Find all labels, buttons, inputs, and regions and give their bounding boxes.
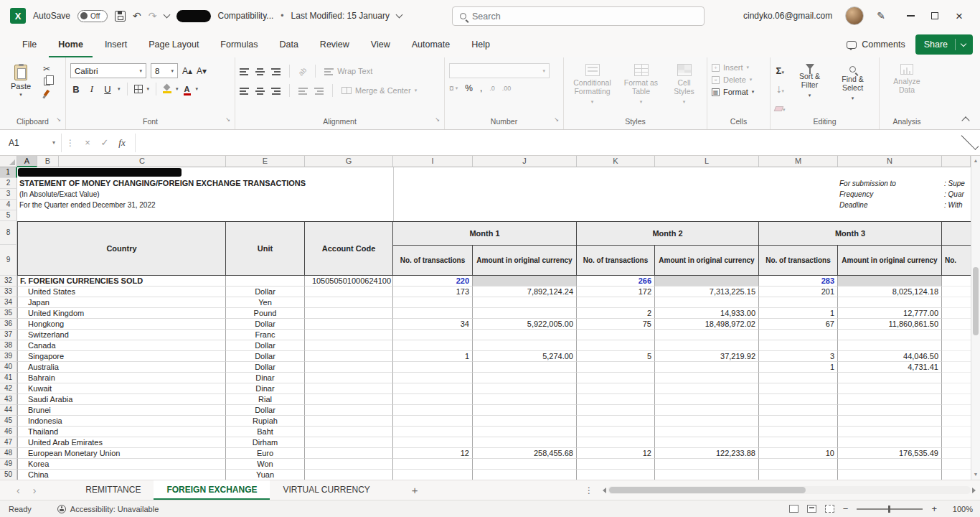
cell-month1-transactions[interactable]	[393, 437, 473, 448]
horizontal-scrollbar-thumb[interactable]	[609, 487, 806, 493]
cell-month1-amount[interactable]	[473, 330, 577, 340]
cell-month1-amount[interactable]	[473, 276, 577, 287]
row-header[interactable]: 36	[0, 319, 17, 330]
undo-icon[interactable]: ↶	[133, 10, 141, 22]
cell-month1-transactions[interactable]: 12	[393, 448, 473, 459]
cell-account-code[interactable]	[305, 394, 393, 405]
cell-month2-transactions[interactable]	[577, 394, 655, 405]
compatibility-mode-label[interactable]: Compatibility...	[218, 11, 274, 21]
increase-indent-icon[interactable]	[314, 87, 324, 95]
cell-month1-transactions[interactable]: 34	[393, 319, 473, 330]
cell-month2-amount[interactable]	[655, 437, 759, 448]
column-header-B[interactable]: B	[37, 156, 59, 167]
align-right-icon[interactable]	[271, 87, 281, 95]
row-header[interactable]: 47	[0, 437, 17, 448]
cell-unit[interactable]: Baht	[226, 427, 305, 437]
row-header[interactable]: 46	[0, 427, 17, 437]
font-color-icon[interactable]: A	[183, 85, 192, 93]
zoom-level[interactable]: 100%	[946, 505, 973, 513]
tab-insert[interactable]: Insert	[95, 34, 136, 57]
cell-month3-transactions[interactable]	[759, 330, 838, 340]
cell-month3-amount[interactable]	[838, 470, 942, 480]
font-size-select[interactable]: 8▾	[151, 63, 178, 78]
cell-month1-transactions[interactable]	[393, 373, 473, 383]
column-header-G[interactable]: G	[305, 156, 393, 167]
cell-month2-amount[interactable]	[655, 394, 759, 405]
row-header[interactable]: 37	[0, 330, 17, 340]
cell-month1-amount[interactable]: 5,922,005.00	[473, 319, 577, 330]
cell-month3-amount[interactable]	[838, 416, 942, 427]
paste-button[interactable]: Paste ▾	[4, 62, 37, 115]
cell-outside[interactable]	[942, 416, 971, 427]
underline-dropdown-icon[interactable]: ▾	[118, 86, 121, 92]
cell-unit[interactable]: Dirham	[226, 437, 305, 448]
cell-country[interactable]: United Arab Emirates	[17, 437, 226, 448]
cell-country[interactable]: China	[17, 470, 226, 480]
cell-outside[interactable]	[942, 308, 971, 319]
header-account-code[interactable]: Account Code	[305, 222, 393, 276]
number-dialog-launcher-icon[interactable]: ↘	[554, 113, 559, 126]
cancel-icon[interactable]: ×	[79, 137, 96, 148]
cell-month3-transactions[interactable]: 1	[759, 362, 838, 373]
cell-country[interactable]: Hongkong	[17, 319, 226, 330]
cell-unit[interactable]: Dollar	[226, 319, 305, 330]
insert-function-icon[interactable]: fx	[113, 137, 131, 149]
sheet-tab-virtual-currency[interactable]: VIRTUAL CURRENCY	[270, 480, 382, 500]
decrease-decimal-icon[interactable]: .00	[502, 85, 512, 92]
cell-month1-transactions[interactable]	[393, 394, 473, 405]
cell-month1-amount[interactable]	[473, 340, 577, 351]
cell-account-code[interactable]	[305, 308, 393, 319]
cell-month2-transactions[interactable]: 5	[577, 351, 655, 362]
cell-month1-transactions[interactable]	[393, 459, 473, 470]
cell-outside[interactable]	[942, 319, 971, 330]
cell-month1-transactions[interactable]	[393, 470, 473, 480]
autosave-toggle[interactable]: Off	[77, 10, 108, 22]
find-select-button[interactable]: Find & Select ▾	[834, 62, 872, 115]
cell-month1-amount[interactable]	[473, 437, 577, 448]
cell-month2-transactions[interactable]	[577, 437, 655, 448]
cell-month3-amount[interactable]: 8,025,124.18	[838, 287, 942, 297]
cell-unit[interactable]: Dollar	[226, 362, 305, 373]
cell-month1-amount[interactable]	[473, 308, 577, 319]
row-header-5[interactable]: 5	[0, 210, 17, 221]
wrap-text-button[interactable]: Wrap Text	[324, 67, 372, 75]
close-button[interactable]: ×	[947, 4, 971, 28]
row-header[interactable]: 33	[0, 287, 17, 297]
cell-account-code[interactable]	[305, 373, 393, 383]
cell-account-code[interactable]	[305, 383, 393, 394]
cell-row-4[interactable]: For the Quarter ended December 31, 2022 …	[17, 200, 971, 210]
orientation-icon[interactable]: ab	[297, 65, 308, 77]
cell-unit[interactable]: Yuan	[226, 470, 305, 480]
format-cells-button[interactable]: ▦Format▾	[712, 88, 754, 96]
cell-account-code[interactable]	[305, 470, 393, 480]
cell-outside[interactable]	[942, 448, 971, 459]
collapse-ribbon-icon[interactable]	[961, 116, 969, 124]
cell-month2-transactions[interactable]	[577, 340, 655, 351]
cell-month3-transactions[interactable]: 10	[759, 448, 838, 459]
align-center-icon[interactable]	[255, 87, 265, 95]
month-1-transactions-header[interactable]: No. of transactions	[393, 246, 473, 276]
cell-country[interactable]: United Kingdom	[17, 308, 226, 319]
cell-outside[interactable]	[942, 437, 971, 448]
cell-unit[interactable]: Rial	[226, 394, 305, 405]
cell-month1-amount[interactable]	[473, 416, 577, 427]
cell-country[interactable]: Korea	[17, 459, 226, 470]
cell-outside[interactable]	[942, 373, 971, 383]
cell-month3-transactions[interactable]: 3	[759, 351, 838, 362]
name-box-dropdown-icon[interactable]: ▾	[52, 139, 55, 146]
cell-month3-amount[interactable]	[838, 340, 942, 351]
partial-transactions-header[interactable]: No.	[942, 246, 971, 276]
cell-account-code[interactable]	[305, 405, 393, 416]
cell-month3-amount[interactable]	[838, 437, 942, 448]
cell-row-3[interactable]: (In Absolute/Exact Value) Frequency : Qu…	[17, 189, 971, 200]
name-box-resize-handle[interactable]: ⋮	[62, 138, 79, 148]
fill-color-icon[interactable]	[163, 85, 171, 93]
cell-month1-transactions[interactable]: 220	[393, 276, 473, 287]
tab-data[interactable]: Data	[270, 34, 307, 57]
tab-formulas[interactable]: Formulas	[211, 34, 267, 57]
row-header[interactable]: 50	[0, 470, 17, 480]
cell-account-code[interactable]	[305, 448, 393, 459]
cell-month3-amount[interactable]	[838, 276, 942, 287]
page-layout-view-icon[interactable]	[807, 505, 816, 513]
cell-account-code[interactable]	[305, 416, 393, 427]
